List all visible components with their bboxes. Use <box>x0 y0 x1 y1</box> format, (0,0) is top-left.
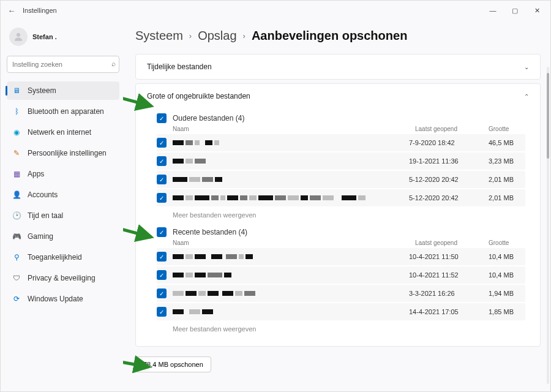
file-row[interactable]: ✓ 19-1-2021 11:36 3,23 MB <box>157 153 525 170</box>
sidebar-item-time-language[interactable]: 🕑 Tijd en taal <box>7 206 119 225</box>
checkbox[interactable]: ✓ <box>157 252 167 262</box>
apps-icon: ▦ <box>12 169 21 179</box>
checkbox[interactable]: ✓ <box>157 193 167 203</box>
game-icon: 🎮 <box>12 232 21 241</box>
file-row[interactable]: ✓ 10-4-2021 11:52 10,4 MB <box>157 266 525 284</box>
search: ⌕ <box>7 56 119 73</box>
sidebar-item-label: Privacy & beveiliging <box>28 274 96 282</box>
file-name-redacted <box>173 289 403 298</box>
file-date: 19-1-2021 11:36 <box>409 157 482 165</box>
column-headers: Naam Laatst geopend Grootte <box>157 124 525 134</box>
card-temp-files: Tijdelijke bestanden ⌄ <box>135 54 541 80</box>
file-date: 5-12-2020 20:42 <box>409 176 482 183</box>
sidebar-item-label: Toegankelijkheid <box>28 253 82 262</box>
file-row[interactable]: ✓ 5-12-2020 20:42 2,01 MB <box>157 171 525 188</box>
sidebar-item-accounts[interactable]: 👤 Accounts <box>7 186 119 204</box>
file-row[interactable]: ✓ 7-9-2020 18:42 46,5 MB <box>157 134 525 151</box>
col-date: Laatst geopend <box>415 126 489 132</box>
file-name-redacted <box>173 159 403 164</box>
file-size: 2,01 MB <box>489 176 525 183</box>
scrollbar[interactable] <box>547 67 549 384</box>
col-date: Laatst geopend <box>415 239 489 246</box>
breadcrumb-current: Aanbevelingen opschonen <box>252 29 407 43</box>
checkbox[interactable]: ✓ <box>157 307 167 317</box>
bluetooth-icon: ᛒ <box>12 107 21 116</box>
sidebar-item-label: Apps <box>28 170 44 178</box>
breadcrumb-l1[interactable]: Systeem <box>135 29 183 43</box>
card-temp-head[interactable]: Tijdelijke bestanden ⌄ <box>136 55 540 79</box>
search-icon[interactable]: ⌕ <box>111 59 116 68</box>
sidebar-item-apps[interactable]: ▦ Apps <box>7 165 119 183</box>
file-size: 1,94 MB <box>489 290 525 297</box>
card-title: Tijdelijke bestanden <box>147 62 212 71</box>
group-older-files[interactable]: ✓ Oudere bestanden (4) <box>157 111 525 124</box>
breadcrumb-l2[interactable]: Opslag <box>198 29 236 43</box>
account-icon: 👤 <box>12 190 21 200</box>
file-row[interactable]: ✓ 14-4-2021 17:05 1,85 MB <box>157 303 525 320</box>
file-size: 2,01 MB <box>489 194 525 202</box>
sidebar: Stefan . ⌕ 🖥 Systeem ᛒ Bluetooth en appa… <box>1 20 123 391</box>
sidebar-item-gaming[interactable]: 🎮 Gaming <box>7 227 119 246</box>
maximize-button[interactable]: ▢ <box>504 1 526 20</box>
breadcrumb: Systeem › Opslag › Aanbevelingen opschon… <box>135 29 541 43</box>
sidebar-item-label: Persoonlijke instellingen <box>28 149 107 157</box>
svg-point-0 <box>17 33 20 37</box>
profile-name: Stefan . <box>32 33 57 40</box>
profile[interactable]: Stefan . <box>7 28 119 46</box>
checkbox[interactable]: ✓ <box>157 270 167 280</box>
file-row[interactable]: ✓ 3-3-2021 16:26 1,94 MB <box>157 285 525 302</box>
col-name: Naam <box>173 126 415 132</box>
main-pane: Systeem › Opslag › Aanbevelingen opschon… <box>123 20 550 391</box>
group-recent-files[interactable]: ✓ Recente bestanden (4) <box>157 225 525 238</box>
back-button[interactable]: ← <box>3 6 20 15</box>
sidebar-item-accessibility[interactable]: ⚲ Toegankelijkheid <box>7 248 119 266</box>
sidebar-item-network[interactable]: ◉ Netwerk en internet <box>7 123 119 141</box>
cleanup-button[interactable]: 78,4 MB opschonen <box>135 356 211 372</box>
sidebar-item-update[interactable]: ⟳ Windows Update <box>7 290 119 308</box>
sidebar-item-label: Gaming <box>28 232 53 241</box>
sidebar-item-personalization[interactable]: ✎ Persoonlijke instellingen <box>7 144 119 162</box>
minimize-button[interactable]: — <box>482 1 504 20</box>
checkbox[interactable]: ✓ <box>157 175 167 184</box>
checkbox[interactable]: ✓ <box>157 113 167 123</box>
file-date: 5-12-2020 20:42 <box>409 194 482 202</box>
card-body: ✓ Oudere bestanden (4) Naam Laatst geope… <box>136 108 540 346</box>
file-date: 10-4-2021 11:50 <box>409 253 482 260</box>
settings-window: ← Instellingen — ▢ ✕ Stefan . ⌕ 🖥 Systee… <box>0 0 551 392</box>
file-name-redacted <box>173 194 403 202</box>
show-more-link[interactable]: Meer bestanden weergeven <box>157 208 525 225</box>
file-date: 14-4-2021 17:05 <box>409 308 482 315</box>
titlebar: ← Instellingen — ▢ ✕ <box>1 1 550 20</box>
window-buttons: — ▢ ✕ <box>482 1 548 20</box>
checkbox[interactable]: ✓ <box>157 138 167 148</box>
sidebar-item-system[interactable]: 🖥 Systeem <box>7 81 119 100</box>
sidebar-item-label: Accounts <box>28 190 58 199</box>
show-more-link[interactable]: Meer bestanden weergeven <box>157 322 525 339</box>
file-name-redacted <box>173 252 403 261</box>
monitor-icon: 🖥 <box>12 86 21 96</box>
card-large-files: Grote of ongebruikte bestanden ⌃ ✓ Ouder… <box>135 83 541 347</box>
chevron-right-icon: › <box>189 31 192 40</box>
scroll-thumb[interactable] <box>547 73 549 159</box>
file-name-redacted <box>173 177 403 182</box>
close-button[interactable]: ✕ <box>526 1 548 20</box>
checkbox[interactable]: ✓ <box>157 156 167 166</box>
sidebar-item-privacy[interactable]: 🛡 Privacy & beveiliging <box>7 269 119 287</box>
checkbox[interactable]: ✓ <box>157 227 167 237</box>
search-input[interactable] <box>7 56 119 73</box>
file-size: 10,4 MB <box>489 271 525 279</box>
file-size: 1,85 MB <box>489 308 525 315</box>
column-headers: Naam Laatst geopend Grootte <box>157 238 525 248</box>
file-row[interactable]: ✓ 5-12-2020 20:42 2,01 MB <box>157 189 525 206</box>
sidebar-item-label: Bluetooth en apparaten <box>28 107 104 116</box>
shield-icon: 🛡 <box>12 273 21 283</box>
sidebar-item-bluetooth[interactable]: ᛒ Bluetooth en apparaten <box>7 102 119 121</box>
file-date: 7-9-2020 18:42 <box>409 139 482 146</box>
file-size: 3,23 MB <box>489 157 525 165</box>
chevron-down-icon: ⌄ <box>524 64 529 70</box>
file-row[interactable]: ✓ 10-4-2021 11:50 10,4 MB <box>157 248 525 265</box>
brush-icon: ✎ <box>12 148 21 158</box>
checkbox[interactable]: ✓ <box>157 288 167 298</box>
card-large-head[interactable]: Grote of ongebruikte bestanden ⌃ <box>136 84 540 108</box>
chevron-right-icon: › <box>243 31 246 40</box>
